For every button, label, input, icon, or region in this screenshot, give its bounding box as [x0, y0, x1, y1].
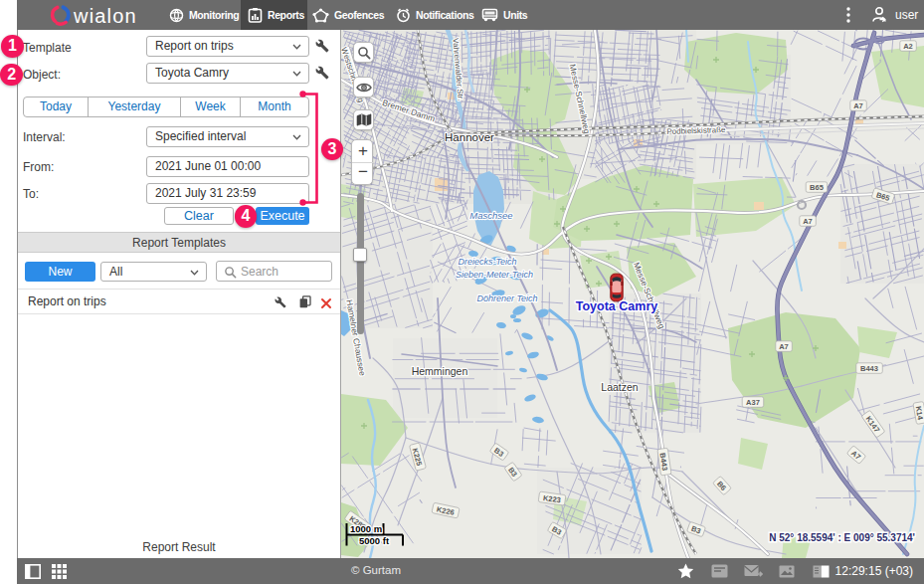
svg-text:Laatzen: Laatzen — [601, 381, 639, 393]
svg-text:N 52° 18.5594' : E 009° 55.371: N 52° 18.5594' : E 009° 55.3714' — [769, 532, 915, 543]
svg-text:Toyota Camry: Toyota Camry — [576, 299, 657, 313]
svg-text:5000 ft: 5000 ft — [359, 535, 390, 546]
svg-text:Maschsee: Maschsee — [469, 210, 512, 221]
svg-text:A7: A7 — [853, 101, 863, 110]
svg-text:A37: A37 — [746, 398, 760, 407]
svg-text:B65: B65 — [810, 183, 824, 192]
svg-text:Sieben-Meter-Teich: Sieben-Meter-Teich — [456, 270, 533, 280]
svg-text:Hannover: Hannover — [445, 131, 494, 143]
svg-text:1000 m: 1000 m — [350, 523, 382, 534]
svg-text:B443: B443 — [860, 364, 878, 373]
svg-text:Döhrener Teich: Döhrener Teich — [476, 293, 537, 303]
svg-text:A2: A2 — [903, 42, 913, 51]
svg-text:Dreiecks-Teich: Dreiecks-Teich — [458, 257, 516, 267]
svg-text:Hemmingen: Hemmingen — [412, 365, 468, 377]
svg-text:A7: A7 — [779, 342, 789, 351]
svg-text:A7: A7 — [803, 217, 813, 226]
